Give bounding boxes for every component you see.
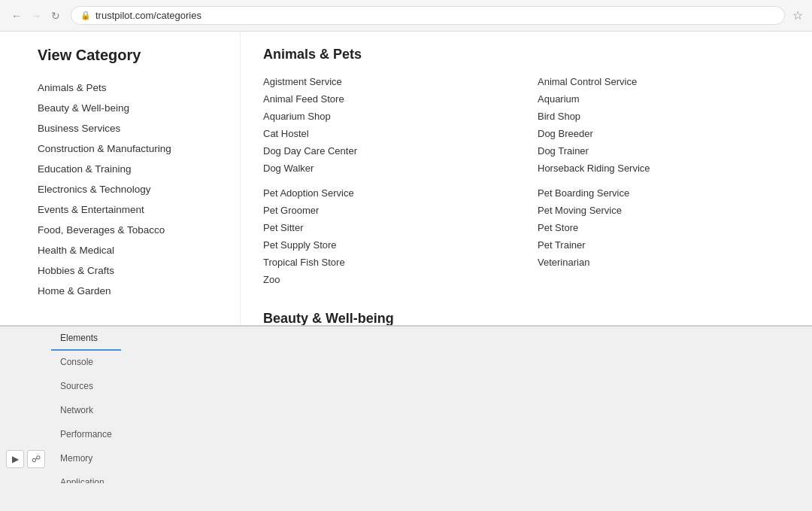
sidebar-item-3[interactable]: Construction & Manufacturing xyxy=(38,138,210,159)
sidebar-items-container: Animals & PetsBeauty & Well-beingBusines… xyxy=(38,78,210,301)
devtools-panel: ▶ ☍ ElementsConsoleSourcesNetworkPerform… xyxy=(0,325,812,483)
reload-button[interactable]: ↻ xyxy=(48,8,63,23)
sidebar-title: View Category xyxy=(38,47,210,64)
browser-toolbar: ← → ↻ 🔒 trustpilot.com/categories ☆ xyxy=(0,0,812,31)
sidebar-item-2[interactable]: Business Services xyxy=(38,118,210,138)
subcategory-item[interactable]: Pet Trainer xyxy=(538,236,789,254)
category-content: Animals & PetsAgistment ServiceAnimal Fe… xyxy=(241,32,812,325)
subcategory-item[interactable]: Pet Store xyxy=(538,219,789,236)
subcategory-item[interactable]: Dog Walker xyxy=(263,160,515,177)
category-section-1: Beauty & Well-beingAromatherapy SupplyBa… xyxy=(263,311,789,325)
sidebar: View Category Animals & PetsBeauty & Wel… xyxy=(0,32,241,325)
devtools-tab-application[interactable]: Application xyxy=(51,471,121,483)
devtools-tab-container: ElementsConsoleSourcesNetworkPerformance… xyxy=(51,327,121,483)
sidebar-item-0[interactable]: Animals & Pets xyxy=(38,78,210,98)
sidebar-item-5[interactable]: Electronics & Technology xyxy=(38,179,210,199)
subcategory-item[interactable]: Cat Hostel xyxy=(263,125,515,142)
devtools-tab-network[interactable]: Network xyxy=(51,399,121,423)
subcategory-columns-0: Agistment ServiceAnimal Feed StoreAquari… xyxy=(263,73,789,288)
devtools-tab-sources[interactable]: Sources xyxy=(51,375,121,399)
devtools-tab-memory[interactable]: Memory xyxy=(51,447,121,471)
subcategory-item[interactable]: Veterinarian xyxy=(538,254,789,271)
subcategory-col1-0: Agistment ServiceAnimal Feed StoreAquari… xyxy=(263,73,515,288)
subcategory-item[interactable]: Pet Boarding Service xyxy=(538,184,789,202)
forward-button[interactable]: → xyxy=(29,8,44,23)
address-text: trustpilot.com/categories xyxy=(95,10,201,21)
category-title-1: Beauty & Well-being xyxy=(263,311,789,325)
subcategory-item[interactable]: Dog Trainer xyxy=(538,142,789,160)
address-bar[interactable]: 🔒 trustpilot.com/categories xyxy=(71,6,785,25)
devtools-tab-elements[interactable]: Elements xyxy=(51,327,121,351)
devtools-tab-performance[interactable]: Performance xyxy=(51,423,121,447)
subcategory-item[interactable]: Pet Supply Store xyxy=(263,236,515,254)
bookmark-icon[interactable]: ☆ xyxy=(792,8,803,23)
nav-buttons: ← → ↻ xyxy=(9,8,63,23)
subcategory-item[interactable]: Zoo xyxy=(263,271,515,288)
sidebar-item-6[interactable]: Events & Entertainment xyxy=(38,199,210,220)
subcategory-item[interactable]: Pet Adoption Service xyxy=(263,184,515,202)
subcategory-item[interactable]: Animal Feed Store xyxy=(263,90,515,108)
subcategory-item[interactable]: Animal Control Service xyxy=(538,73,789,90)
subcategory-item[interactable]: Pet Sitter xyxy=(263,219,515,236)
devtools-tab-console[interactable]: Console xyxy=(51,351,121,375)
subcategory-item[interactable]: Aquarium xyxy=(538,90,789,108)
inspect-element-button[interactable]: ▶ xyxy=(6,450,24,468)
devtools-tabs: ▶ ☍ ElementsConsoleSourcesNetworkPerform… xyxy=(0,327,812,483)
sidebar-item-9[interactable]: Hobbies & Crafts xyxy=(38,260,210,281)
back-button[interactable]: ← xyxy=(9,8,24,23)
subcategory-item[interactable]: Horseback Riding Service xyxy=(538,160,789,177)
subcategory-col2-0: Animal Control ServiceAquariumBird ShopD… xyxy=(538,73,789,288)
subcategory-item[interactable]: Bird Shop xyxy=(538,108,789,125)
subcategory-item[interactable]: Tropical Fish Store xyxy=(263,254,515,271)
subcategory-item[interactable]: Pet Moving Service xyxy=(538,202,789,219)
subcategory-item[interactable]: Pet Groomer xyxy=(263,202,515,219)
sidebar-item-10[interactable]: Home & Garden xyxy=(38,281,210,301)
category-section-0: Animals & PetsAgistment ServiceAnimal Fe… xyxy=(263,47,789,288)
sidebar-item-7[interactable]: Food, Beverages & Tobacco xyxy=(38,220,210,240)
category-title-0: Animals & Pets xyxy=(263,47,789,62)
devtools-icons: ▶ ☍ xyxy=(6,450,45,468)
categories-container: Animals & PetsAgistment ServiceAnimal Fe… xyxy=(263,47,789,325)
subcategory-item[interactable]: Dog Day Care Center xyxy=(263,142,515,160)
sidebar-item-8[interactable]: Health & Medical xyxy=(38,240,210,260)
subcategory-item[interactable]: Dog Breeder xyxy=(538,125,789,142)
subcategory-item[interactable]: Agistment Service xyxy=(263,73,515,90)
browser-chrome: ← → ↻ 🔒 trustpilot.com/categories ☆ xyxy=(0,0,812,32)
lock-icon: 🔒 xyxy=(80,11,91,20)
subcategory-item[interactable]: Aquarium Shop xyxy=(263,108,515,125)
device-toolbar-button[interactable]: ☍ xyxy=(27,450,45,468)
sidebar-item-4[interactable]: Education & Training xyxy=(38,159,210,179)
main-content: View Category Animals & PetsBeauty & Wel… xyxy=(0,32,812,325)
sidebar-item-1[interactable]: Beauty & Well-being xyxy=(38,98,210,118)
